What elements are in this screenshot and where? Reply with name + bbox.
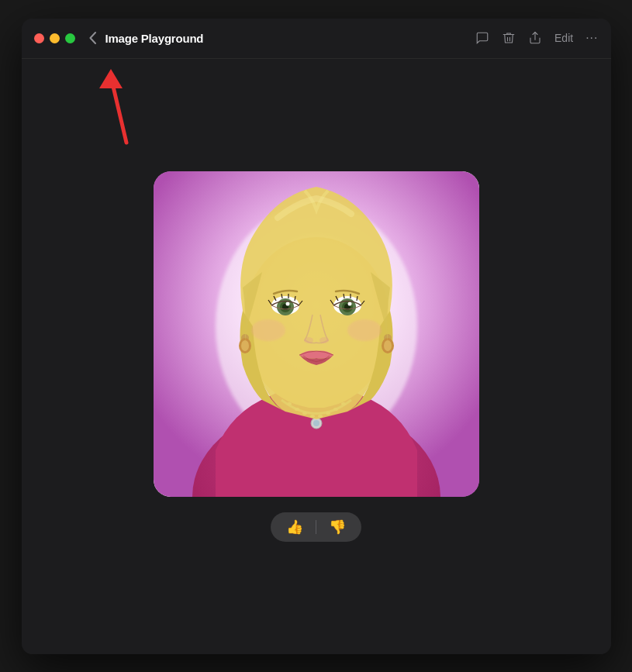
svg-point-26 xyxy=(347,302,351,305)
svg-point-27 xyxy=(304,337,313,343)
app-window: Image Playground xyxy=(22,19,611,654)
more-button[interactable]: ··· xyxy=(585,31,598,45)
thumbs-up-button[interactable]: 👍 xyxy=(281,517,308,537)
window-title: Image Playground xyxy=(105,32,204,45)
svg-point-36 xyxy=(384,340,392,351)
svg-point-28 xyxy=(319,337,329,343)
svg-point-30 xyxy=(347,319,382,341)
edit-button[interactable]: Edit xyxy=(554,32,573,44)
close-button[interactable] xyxy=(34,33,44,43)
toolbar-actions: Edit ··· xyxy=(475,31,598,45)
titlebar: Image Playground xyxy=(22,19,611,59)
svg-point-29 xyxy=(251,319,285,341)
main-content: 👍 👎 xyxy=(22,59,611,654)
feedback-divider xyxy=(316,520,316,534)
generated-image xyxy=(154,171,479,497)
svg-point-33 xyxy=(241,340,249,351)
svg-point-21 xyxy=(285,302,289,305)
share-icon[interactable] xyxy=(528,31,542,45)
minimize-button[interactable] xyxy=(50,33,60,43)
back-button[interactable] xyxy=(85,30,101,46)
trash-icon[interactable] xyxy=(502,31,516,45)
thumbs-down-button[interactable]: 👎 xyxy=(324,517,351,537)
traffic-lights xyxy=(34,33,75,43)
comment-icon[interactable] xyxy=(475,31,489,45)
maximize-button[interactable] xyxy=(65,33,75,43)
svg-point-6 xyxy=(313,420,319,426)
feedback-bar: 👍 👎 xyxy=(271,512,361,542)
